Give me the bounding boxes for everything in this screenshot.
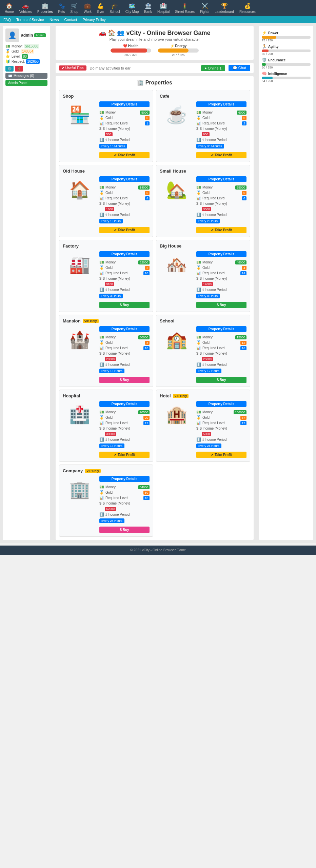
race-icon: 🚦 xyxy=(181,3,188,9)
property-card-old_house: Old House 🏠 Property Details 💵 Money 140… xyxy=(59,165,153,237)
useful-tips-badge: ✔ Useful Tips xyxy=(59,65,86,71)
car-icon: 🚗 xyxy=(22,3,29,9)
nav-school[interactable]: 🎓School xyxy=(107,2,122,14)
property-name: Cafe xyxy=(160,94,169,99)
property-details-button[interactable]: Property Details xyxy=(196,176,246,182)
nav-pets[interactable]: 🐾Pets xyxy=(56,2,67,14)
buy-button[interactable]: $ Buy xyxy=(196,377,246,383)
gold-icon: 🥇 xyxy=(5,49,10,54)
buy-vip-button[interactable]: $ Buy xyxy=(99,527,150,533)
admin-panel-button[interactable]: Admin Panel xyxy=(5,80,47,86)
level-detail-icon: 📊 xyxy=(99,196,104,200)
power-attribute: ⚡ Power 75 / 250 xyxy=(262,31,311,42)
property-details-button[interactable]: Property Details xyxy=(196,101,246,107)
gold-detail-icon: 🥇 xyxy=(99,116,104,120)
property-details-button[interactable]: Property Details xyxy=(196,251,246,257)
nav-privacy[interactable]: Privacy Policy xyxy=(82,18,105,22)
nav-gym[interactable]: 💪Gym xyxy=(95,2,106,14)
income-period-value: Every 24 Hours xyxy=(99,518,124,523)
level-row: 📊 Required Level 14 xyxy=(196,271,246,275)
fight-icon: ⚔️ xyxy=(201,3,208,9)
money-detail-icon: 💵 xyxy=(99,185,104,190)
nav-hospital[interactable]: 🏥Hospital xyxy=(155,2,172,14)
property-details-button[interactable]: Property Details xyxy=(99,176,150,182)
property-details-button[interactable]: Property Details xyxy=(99,251,150,257)
respect-icon: 🔰 xyxy=(5,59,10,64)
money-detail-value: 25000 xyxy=(235,185,246,190)
top-navigation: 🏠Home 🚗Vehicles 🏢Properties 🐾Pets 🛒Shop … xyxy=(0,0,316,16)
take-profit-button[interactable]: ✔ Take Profit xyxy=(99,152,150,158)
money-detail-icon: 💵 xyxy=(99,110,104,115)
property-details-button[interactable]: Property Details xyxy=(99,476,150,482)
property-details-button[interactable]: Property Details xyxy=(99,401,150,407)
gold-row: 🥇 Gold 4 xyxy=(196,265,246,270)
period-detail-icon: ℹ️ xyxy=(196,437,201,442)
online-badge: ● Online 1 xyxy=(201,65,225,71)
nav-properties[interactable]: 🏢Properties xyxy=(35,2,55,14)
game-title: 🚗 🏠 👥 vCity - Online Browser Game xyxy=(59,29,250,37)
nav-contact[interactable]: Contact xyxy=(64,18,77,22)
period-detail-icon: ℹ️ xyxy=(196,213,201,217)
level-detail-icon: 📊 xyxy=(99,121,104,125)
messages-button[interactable]: ✉️ Messages (0) xyxy=(5,73,47,79)
nav-fights[interactable]: ⚔️Fights xyxy=(198,2,211,14)
money-detail-icon: 💵 xyxy=(99,485,104,489)
nav-tos[interactable]: Terms of Service xyxy=(16,18,44,22)
health-bar-group: ❤️ Health 307 / 325 xyxy=(111,44,151,57)
property-image: 🏢 xyxy=(63,476,97,503)
gold-detail-value: 0 xyxy=(242,191,246,195)
income-period-value: Every 16 Hours xyxy=(99,443,124,448)
property-details-button[interactable]: Property Details xyxy=(99,101,150,107)
nav-home[interactable]: 🏠Home xyxy=(3,2,16,14)
property-details-button[interactable]: Property Details xyxy=(196,401,246,407)
take-profit-button[interactable]: ✔ Take Profit xyxy=(196,152,246,158)
nav-news[interactable]: News xyxy=(50,18,59,22)
gold-row: 🥇 Gold 12 xyxy=(196,340,246,345)
take-profit-button[interactable]: ✔ Take Profit xyxy=(99,227,150,233)
logout-button[interactable]: 🚪 xyxy=(15,66,23,72)
take-profit-button[interactable]: ✔ Take Profit xyxy=(196,227,246,233)
nav-shop[interactable]: 🛒Shop xyxy=(68,2,80,14)
property-card-factory: Factory 🏭 Property Details 💵 Money 32000… xyxy=(59,240,153,312)
income-row: $ $ Income (Money) xyxy=(99,276,150,280)
take-profit-button[interactable]: ✔ Take Profit xyxy=(99,452,150,458)
buy-button[interactable]: $ Buy xyxy=(196,302,246,308)
income-row: $ $ Income (Money) xyxy=(99,501,150,505)
nav-work[interactable]: 💼Work xyxy=(82,2,94,14)
nav-street-races[interactable]: 🚦Street Races xyxy=(173,2,197,14)
property-details: Property Details 💵 Money 15000 🥇 Gold 12… xyxy=(196,326,246,383)
intelligence-value: 54 / 250 xyxy=(262,79,311,83)
buy-button[interactable]: $ Buy xyxy=(99,302,150,308)
property-body: 🏢 Property Details 💵 Money 54000 🥇 Gold … xyxy=(63,476,150,533)
property-body: 🏥 Property Details 💵 Money 90500 🥇 Gold … xyxy=(63,401,150,458)
nav-vehicles[interactable]: 🚗Vehicles xyxy=(17,2,34,14)
nav-resources[interactable]: 💰Resources xyxy=(237,2,258,14)
chat-button[interactable]: 💬 Chat xyxy=(229,65,250,71)
level-stat: ⭐ Level: 80 xyxy=(5,54,47,59)
gold-row: 🥇 Gold 0 xyxy=(99,116,150,120)
property-details-button[interactable]: Property Details xyxy=(196,326,246,332)
nav-leaderboard[interactable]: 🏆Leaderboard xyxy=(213,2,236,14)
endurance-bar xyxy=(262,63,266,66)
property-image: 🏭 xyxy=(63,251,97,278)
level-row: 📊 Required Level 2 xyxy=(196,121,246,125)
property-name: Hospital xyxy=(63,393,80,398)
income-detail-icon: $ xyxy=(196,351,198,355)
property-body: 🏫 Property Details 💵 Money 15000 🥇 Gold … xyxy=(160,326,246,383)
level-row: 📊 Required Level 4 xyxy=(99,196,150,200)
nav-bank[interactable]: 🏦Bank xyxy=(142,2,154,14)
property-body: ☕ Property Details 💵 Money 6000 🥇 Gold 0 xyxy=(160,101,246,158)
buy-vip-button[interactable]: $ Buy xyxy=(99,377,150,383)
resources-icon: 💰 xyxy=(244,3,251,9)
money-detail-icon: 💵 xyxy=(99,260,104,264)
nav-faq[interactable]: FAQ xyxy=(3,18,11,22)
vip-badge: VIP Only xyxy=(85,469,101,473)
settings-button[interactable]: ⚙️ xyxy=(5,66,14,72)
nav-citymap[interactable]: 🗺️City Map xyxy=(123,2,141,14)
money-detail-value: 90500 xyxy=(138,410,150,414)
property-image: 🏥 xyxy=(63,401,97,428)
role-badge: Admin xyxy=(34,33,46,37)
gold-detail-value: 37 xyxy=(240,416,246,420)
property-details-button[interactable]: Property Details xyxy=(99,326,150,332)
take-profit-button[interactable]: ✔ Take Profit xyxy=(196,452,246,458)
